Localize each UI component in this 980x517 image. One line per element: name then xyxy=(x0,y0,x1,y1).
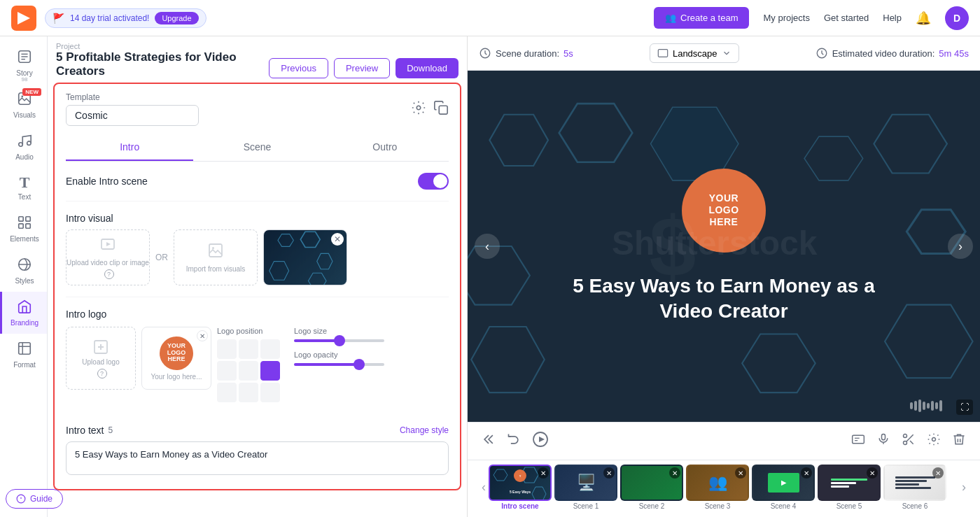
logo-opacity-slider[interactable] xyxy=(294,363,384,366)
logo-size-slider[interactable] xyxy=(294,339,384,342)
microphone-button[interactable] xyxy=(874,430,893,453)
timeline-next-button[interactable]: › xyxy=(959,480,969,495)
grid-cell-tr[interactable] xyxy=(260,339,280,359)
settings-button[interactable] xyxy=(924,430,944,453)
create-team-button[interactable]: 👥 Create a team xyxy=(654,7,749,29)
grid-cell-tl[interactable] xyxy=(217,339,237,359)
scene-thumb-2[interactable]: ✕ Scene 2 xyxy=(620,465,683,510)
landscape-icon xyxy=(657,48,668,59)
sidebar-item-elements[interactable]: Elements xyxy=(0,208,47,250)
expand-button[interactable]: ⛶ xyxy=(956,399,973,415)
captions-button[interactable] xyxy=(848,430,868,453)
svg-point-7 xyxy=(21,95,23,97)
svg-line-60 xyxy=(906,434,913,441)
sidebar-audio-label: Audio xyxy=(15,153,34,161)
logo-preview-box[interactable]: ✕ YOURLOGOHERE Your logo here... xyxy=(141,327,211,390)
template-row: Template xyxy=(66,92,449,126)
sidebar-item-visuals[interactable]: NEW Visuals xyxy=(0,84,47,126)
scene3-thumb-delete[interactable]: ✕ xyxy=(735,467,746,479)
intro-thumb-delete[interactable]: ✕ xyxy=(538,467,549,479)
delete-button[interactable] xyxy=(949,430,969,453)
landscape-select[interactable]: Landscape xyxy=(650,43,739,63)
sidebar-item-audio[interactable]: Audio xyxy=(0,126,47,168)
grid-cell-bc[interactable] xyxy=(239,383,258,402)
grid-cell-mc[interactable] xyxy=(239,361,258,381)
logo-close-button[interactable]: ✕ xyxy=(197,330,208,341)
undo-button[interactable] xyxy=(504,430,524,453)
download-button[interactable]: Download xyxy=(396,58,458,78)
next-scene-arrow[interactable]: › xyxy=(948,234,973,259)
my-projects-link[interactable]: My projects xyxy=(763,13,809,23)
intro-visual-preview[interactable]: ✕ xyxy=(263,229,347,285)
upload-logo-info-icon[interactable]: ? xyxy=(97,369,107,378)
intro-text-input[interactable]: 5 Easy Ways to Earn Money as a Video Cre… xyxy=(66,441,449,475)
svg-rect-57 xyxy=(882,434,886,440)
prev-scene-arrow[interactable]: ‹ xyxy=(475,234,500,259)
svg-marker-26 xyxy=(317,253,332,269)
template-input[interactable] xyxy=(66,105,199,126)
scene-thumb-4[interactable]: ▶ ✕ Scene 4 xyxy=(752,465,815,510)
landscape-label: Landscape xyxy=(673,48,718,59)
import-from-visuals-box[interactable]: Import from visuals xyxy=(174,229,258,285)
scene5-thumb-delete[interactable]: ✕ xyxy=(867,467,878,479)
sidebar-item-styles[interactable]: Styles xyxy=(0,250,47,292)
enable-intro-toggle[interactable] xyxy=(418,173,449,190)
logo[interactable] xyxy=(11,6,36,31)
template-copy-icon[interactable] xyxy=(433,100,449,119)
grid-cell-br[interactable] xyxy=(260,383,280,402)
upload-logo-box[interactable]: Upload logo ? xyxy=(66,327,136,390)
notifications-bell-icon[interactable]: 🔔 xyxy=(916,10,931,26)
avatar[interactable]: D xyxy=(945,6,969,30)
scene-duration-label: Scene duration: xyxy=(496,48,559,59)
guide-button[interactable]: Guide xyxy=(6,489,63,509)
scene2-thumb-delete[interactable]: ✕ xyxy=(669,467,680,479)
get-started-link[interactable]: Get started xyxy=(824,13,869,23)
video-title: 5 Easy Ways to Earn Money as aVideo Crea… xyxy=(573,274,875,325)
svg-marker-24 xyxy=(278,234,293,247)
grid-cell-tc[interactable] xyxy=(239,339,258,359)
svg-rect-51 xyxy=(939,400,942,411)
sidebar-item-story[interactable]: Story 98 xyxy=(0,42,47,84)
svg-marker-63 xyxy=(493,469,507,481)
tab-intro[interactable]: Intro xyxy=(66,134,193,161)
rewind-button[interactable] xyxy=(479,430,498,453)
grid-cell-mr[interactable] xyxy=(260,361,280,381)
scene-thumb-6[interactable]: ✕ Scene 6 xyxy=(883,465,946,510)
sidebar-item-text[interactable]: T Text xyxy=(0,168,47,208)
scene-thumb-1[interactable]: 🖥️ ✕ Scene 1 xyxy=(554,465,617,510)
sidebar-item-format[interactable]: Format xyxy=(0,334,47,376)
help-link[interactable]: Help xyxy=(883,13,902,23)
scene-thumb-3[interactable]: 👥 ✕ Scene 3 xyxy=(686,465,749,510)
svg-point-8 xyxy=(19,143,23,147)
tab-outro[interactable]: Outro xyxy=(321,134,449,161)
upload-info-icon[interactable]: ? xyxy=(104,269,114,279)
scene-thumb-5[interactable]: ✕ Scene 5 xyxy=(818,465,881,510)
tab-scene[interactable]: Scene xyxy=(193,134,321,161)
play-button[interactable] xyxy=(529,428,552,454)
timeline-prev-button[interactable]: ‹ xyxy=(479,480,489,495)
change-style-link[interactable]: Change style xyxy=(400,425,449,435)
svg-rect-13 xyxy=(26,224,30,228)
svg-rect-48 xyxy=(927,403,930,409)
grid-cell-bl[interactable] xyxy=(217,383,237,402)
elements-icon xyxy=(17,215,32,232)
grid-cell-ml[interactable] xyxy=(217,361,237,381)
sidebar-elements-label: Elements xyxy=(10,235,39,243)
scene-thumb-intro[interactable]: 👁 Y xyxy=(489,465,552,510)
scissors-button[interactable] xyxy=(899,430,918,453)
estimated-clock-icon xyxy=(816,47,828,59)
template-settings-icon[interactable] xyxy=(411,100,426,119)
preview-thumb-close[interactable]: ✕ xyxy=(331,233,344,246)
scene-thumb-wrapper: 👁 Y xyxy=(489,465,552,501)
previous-button[interactable]: Previous xyxy=(269,58,328,78)
preview-button[interactable]: Preview xyxy=(334,58,390,78)
scene1-thumb-delete[interactable]: ✕ xyxy=(603,467,615,479)
navbar: 🚩 14 day trial activated! Upgrade 👥 Crea… xyxy=(0,0,980,36)
upgrade-button[interactable]: Upgrade xyxy=(155,12,198,24)
scene6-thumb-delete[interactable]: ✕ xyxy=(932,467,944,479)
sidebar-item-branding[interactable]: Branding xyxy=(0,292,47,334)
svg-point-18 xyxy=(416,106,421,110)
pictory-logo-icon xyxy=(11,6,36,31)
upload-video-box[interactable]: Upload video clip or image ? xyxy=(66,229,150,285)
scene4-thumb-delete[interactable]: ✕ xyxy=(801,467,812,479)
